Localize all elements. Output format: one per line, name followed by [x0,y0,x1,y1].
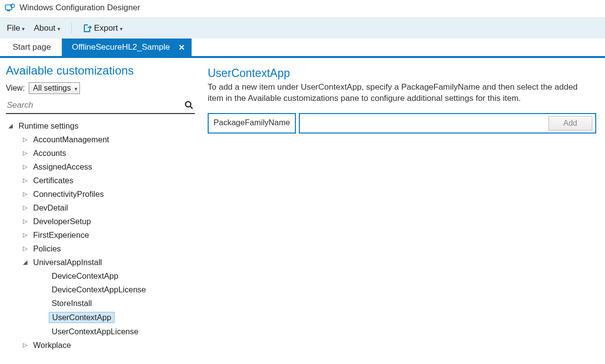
tree-firstexperience[interactable]: ▷ FirstExperience [6,228,195,242]
expand-icon[interactable]: ▷ [21,191,28,197]
tree-devdetail[interactable]: ▷ DevDetail [6,201,195,214]
settings-tree: ◢ Runtime settings ▷ AccountManagement ▷… [6,119,195,350]
tab-project[interactable]: OfflineSecureHL2_Sample ✕ [62,38,192,56]
tree-connectivityprofiles[interactable]: ▷ ConnectivityProfiles [6,187,195,201]
collapse-icon[interactable]: ◢ [7,122,14,129]
export-icon [82,23,92,33]
menu-divider [71,23,72,34]
tree-developersetup[interactable]: ▷ DeveloperSetup [6,214,195,228]
tree-policies[interactable]: ▷ Policies [6,242,195,255]
field-input-wrap: Add [299,113,596,134]
tree-devicecontextapp[interactable]: ▷ DeviceContextApp [6,269,195,283]
expand-icon[interactable]: ▷ [21,177,28,184]
tree-usercontextapp[interactable]: ▷ UserContextApp [6,310,195,325]
tree-assignedaccess[interactable]: ▷ AssignedAccess [6,160,195,173]
left-pane: Available customizations View: All setti… [0,58,200,350]
tab-start-page[interactable]: Start page [2,38,62,56]
tree-certificates[interactable]: ▷ Certificates [6,173,195,187]
collapse-icon[interactable]: ◢ [21,259,28,266]
workspace: Available customizations View: All setti… [0,58,605,350]
menu-about[interactable]: About ▾ [34,23,60,33]
tree-runtime-settings[interactable]: ◢ Runtime settings [6,119,195,133]
detail-pane: UserContextApp To add a new item under U… [200,58,605,350]
expand-icon[interactable]: ▷ [21,342,28,348]
tree-accountmanagement[interactable]: ▷ AccountManagement [6,133,195,146]
detail-heading: UserContextApp [208,67,596,80]
search-input[interactable] [7,100,184,110]
tree-workplace[interactable]: ▷ Workplace [6,338,195,350]
expand-icon[interactable]: ▷ [21,218,28,225]
app-title: Windows Configuration Designer [20,3,140,13]
expand-icon[interactable]: ▷ [21,231,28,238]
search-icon[interactable] [184,100,194,110]
add-button[interactable]: Add [548,116,592,131]
svg-rect-1 [7,10,10,11]
menu-about-label: About [34,23,55,33]
svg-line-4 [191,107,193,109]
expand-icon[interactable]: ▷ [21,204,28,211]
title-bar: Windows Configuration Designer [0,0,605,18]
expand-icon[interactable]: ▷ [21,163,28,170]
tree-accounts[interactable]: ▷ Accounts [6,146,195,160]
chevron-down-icon: ▾ [75,86,78,92]
expand-icon[interactable]: ▷ [21,136,28,143]
close-icon[interactable]: ✕ [178,43,185,52]
tab-project-label: OfflineSecureHL2_Sample [72,42,170,52]
chevron-down-icon: ▾ [58,26,60,32]
menu-export-label: Export [94,23,118,33]
menu-file-label: File [7,23,20,33]
chevron-down-icon: ▾ [120,26,123,32]
detail-description: To add a new item under UserContextApp, … [208,82,593,104]
tree-usercontextapplicense[interactable]: ▷ UserContextAppLicense [6,325,195,338]
view-label: View: [6,84,25,93]
tree-universalappinstall[interactable]: ◢ UniversalAppInstall [6,255,195,269]
tree-devicecontextapplicense[interactable]: ▷ DeviceContextAppLicense [6,283,195,296]
menu-bar: File ▾ About ▾ Export ▾ [0,18,605,38]
search-wrap [6,100,195,114]
menu-export[interactable]: Export ▾ [82,23,123,33]
view-select[interactable]: All settings ▾ [29,82,80,94]
menu-file[interactable]: File ▾ [7,23,25,33]
view-row: View: All settings ▾ [6,82,195,94]
field-strip: PackageFamilyName Add [208,113,596,134]
available-customizations-heading: Available customizations [6,64,195,77]
field-label: PackageFamilyName [208,113,296,134]
expand-icon[interactable]: ▷ [21,150,28,156]
tab-strip: Start page OfflineSecureHL2_Sample ✕ [0,38,605,58]
view-select-value: All settings [33,84,71,93]
chevron-down-icon: ▾ [22,26,25,32]
tree-storeinstall[interactable]: ▷ StoreInstall [6,296,195,310]
expand-icon[interactable]: ▷ [21,245,28,252]
svg-point-3 [186,102,191,107]
packagefamilyname-input[interactable] [304,119,545,128]
app-icon [5,3,16,13]
